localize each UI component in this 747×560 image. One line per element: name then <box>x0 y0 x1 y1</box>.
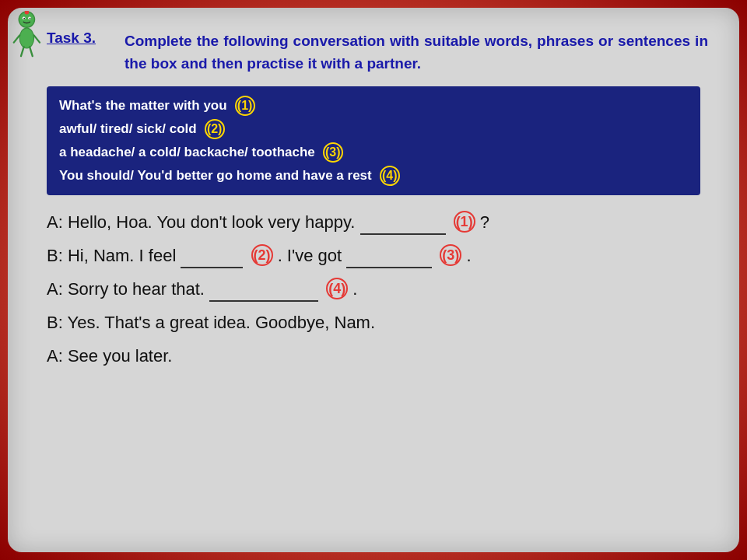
speaker-b2: B: Yes. That's a great idea. Goodbye, Na… <box>47 313 375 332</box>
speaker-a3: A: See you later. <box>47 346 172 366</box>
num-badge-2: (2) <box>205 119 225 139</box>
num-red-4: (4) <box>326 278 348 299</box>
num-badge-4: (4) <box>380 166 400 186</box>
blank-1 <box>360 233 446 235</box>
word-text-2: awful/ tired/ sick/ cold <box>59 121 197 137</box>
word-text-4: You should/ You'd better go home and hav… <box>59 168 372 184</box>
num-red-3: (3) <box>440 244 461 266</box>
punct-3: . <box>352 279 357 299</box>
num-red-1: (1) <box>454 211 475 233</box>
conv-line-b2: B: Yes. That's a great idea. Goodbye, Na… <box>47 310 700 335</box>
word-box-row-4: You should/ You'd better go home and hav… <box>59 166 688 186</box>
conv-line-a3: A: See you later. <box>47 343 700 369</box>
speaker-b1: B: Hi, Nam. I feel <box>47 246 181 265</box>
blank-2 <box>181 267 243 268</box>
num-red-2: (2) <box>251 244 273 266</box>
word-box: What's the matter with you (1) awful/ ti… <box>47 86 700 195</box>
task-description: Complete the following conversation with… <box>124 30 708 75</box>
speaker-a2: A: Sorry to hear that. <box>47 279 209 299</box>
conv-line-b1: B: Hi, Nam. I feel (2) . I've got (3) . <box>47 243 700 268</box>
blank-3 <box>346 267 432 268</box>
conv-line-a2: A: Sorry to hear that. (4) . <box>47 276 700 302</box>
word-box-row-3: a headache/ a cold/ backache/ toothache … <box>59 142 688 163</box>
word-text-1: What's the matter with you <box>59 98 227 114</box>
punct-1: ? <box>480 212 489 232</box>
conversation: A: Hello, Hoa. You don't look very happy… <box>47 209 700 369</box>
task-label: Task 3. <box>47 30 117 47</box>
text-mid: . I've got <box>278 246 347 265</box>
word-box-row-2: awful/ tired/ sick/ cold (2) <box>59 119 688 139</box>
main-content: Task 3. Complete the following conversat… <box>8 8 739 552</box>
num-badge-1: (1) <box>235 96 255 116</box>
word-box-row-1: What's the matter with you (1) <box>59 96 688 116</box>
speaker-a1: A: Hello, Hoa. You don't look very happy… <box>47 212 360 232</box>
punct-2: . <box>466 246 471 265</box>
num-badge-3: (3) <box>323 142 343 163</box>
word-text-3: a headache/ a cold/ backache/ toothache <box>59 145 315 160</box>
conv-line-a1: A: Hello, Hoa. You don't look very happy… <box>47 209 700 235</box>
blank-4 <box>209 300 318 302</box>
task-header: Task 3. Complete the following conversat… <box>47 30 708 75</box>
